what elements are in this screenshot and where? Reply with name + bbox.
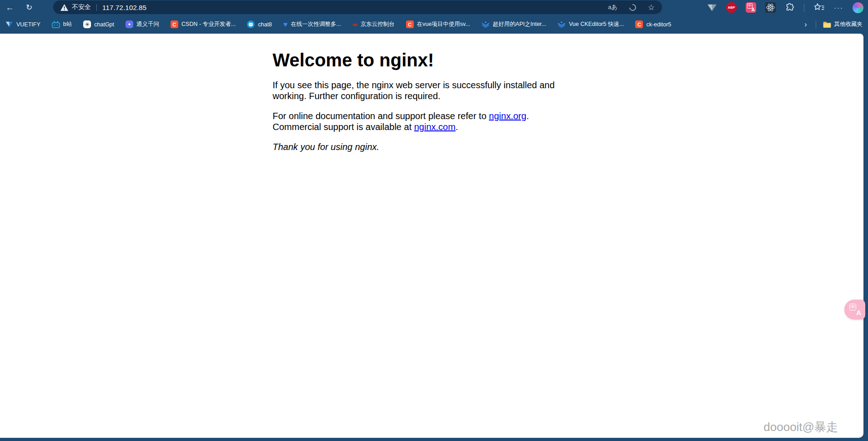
vuetify-icon: [5, 21, 13, 28]
nginx-welcome-page: Welcome to nginx! If you see this page, …: [273, 34, 591, 152]
watermark: dooooit@暴走: [763, 419, 838, 435]
chat8-icon: [247, 20, 255, 28]
url-text[interactable]: 117.72.102.85: [102, 4, 146, 11]
nginx-org-link[interactable]: nginx.org: [489, 111, 526, 121]
bookmarks-overflow-chevron[interactable]: ›: [803, 20, 808, 29]
csdn-icon: C: [406, 20, 414, 28]
refresh-icon[interactable]: ↻: [26, 0, 32, 15]
copilot-icon[interactable]: [853, 2, 863, 13]
intro-paragraph: If you see this page, the nginx web serv…: [273, 80, 591, 101]
jd-cloud-icon: ∞: [352, 21, 357, 28]
bilibili-icon: [52, 21, 60, 28]
edge-browser-essentials-icon[interactable]: [628, 2, 637, 12]
bookmark-ck-editor5[interactable]: C ck-editor5: [635, 20, 671, 28]
bookmark-tongyi[interactable]: ✦ 通义千问: [125, 20, 159, 28]
extensions-puzzle-icon[interactable]: [785, 3, 795, 13]
csdn-icon: C: [635, 20, 643, 28]
address-bar-divider: [96, 4, 97, 11]
juejin-icon: [482, 21, 490, 28]
translate-page-icon[interactable]: aあ: [608, 3, 617, 11]
extensions-area: ABP 中 A: [707, 0, 863, 15]
thankyou-paragraph: Thank you for using nginx.: [273, 141, 591, 152]
csdn-icon: C: [171, 20, 178, 28]
bookmark-vuetify[interactable]: VUETIFY: [5, 21, 40, 28]
add-favorite-star-icon[interactable]: ☆: [648, 4, 655, 11]
settings-menu-icon[interactable]: ···: [834, 4, 843, 11]
other-favorites-folder[interactable]: 其他收藏夹: [823, 20, 863, 28]
bookmarks-bar-divider: [816, 20, 816, 29]
tongyi-icon: ✦: [125, 20, 133, 28]
bookmark-bilibili[interactable]: b站: [52, 20, 72, 28]
bookmark-online-adjust[interactable]: ♥ 在线一次性调整多...: [283, 20, 341, 28]
bookmark-vue-ckeditor5[interactable]: Vue CKEditor5 快速...: [557, 20, 624, 28]
back-icon[interactable]: ←: [5, 0, 14, 15]
adblock-plus-icon[interactable]: ABP: [726, 2, 737, 13]
heart-icon: ♥: [283, 21, 288, 28]
bookmarks-bar: VUETIFY b站 ✳ chatGpt ✦ 通义千问 C CSDN - 专业开…: [0, 15, 868, 34]
favorites-collections-icon[interactable]: [813, 3, 825, 12]
web-content-area: Welcome to nginx! If you see this page, …: [0, 34, 863, 438]
address-bar[interactable]: 不安全 117.72.102.85 aあ ☆: [53, 0, 662, 14]
react-devtools-icon[interactable]: [765, 2, 776, 13]
not-secure-warning-icon: [60, 4, 68, 11]
openai-icon: ✳: [83, 20, 91, 28]
security-status-label[interactable]: 不安全: [72, 3, 91, 11]
folder-icon: [823, 21, 831, 28]
toolbar-divider: [804, 4, 804, 12]
bookmark-vue-svg[interactable]: C 在vue项目中使用sv...: [406, 20, 470, 28]
juejin-icon: [557, 21, 566, 28]
translate-a-glyph: A: [856, 309, 861, 316]
page-title: Welcome to nginx!: [273, 50, 591, 70]
browser-toolbar: ← ↻ 不安全 117.72.102.85 aあ ☆ ABP 中 A: [0, 0, 868, 15]
bookmark-api-inter[interactable]: 超好用的API之Inter...: [482, 20, 546, 28]
translate-zh-glyph: 中: [849, 304, 856, 311]
bookmark-chat8[interactable]: chat8: [247, 20, 272, 28]
vue-devtools-icon[interactable]: [707, 4, 717, 12]
translate-extension-icon[interactable]: 中 A: [746, 2, 756, 13]
immersive-translate-fab[interactable]: 中 A: [844, 300, 865, 320]
bookmark-jd-cloud[interactable]: ∞ 京东云控制台: [352, 20, 395, 28]
bookmark-chatgpt[interactable]: ✳ chatGpt: [83, 20, 114, 28]
bookmark-csdn[interactable]: C CSDN - 专业开发者...: [171, 20, 236, 28]
nginx-com-link[interactable]: nginx.com: [414, 122, 456, 132]
support-paragraph: For online documentation and support ple…: [273, 110, 591, 132]
